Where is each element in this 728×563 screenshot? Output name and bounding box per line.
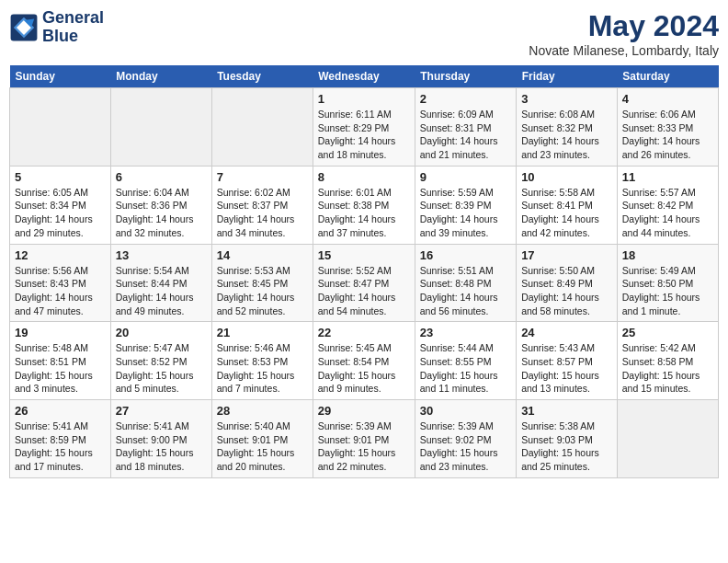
- day-number: 15: [318, 248, 410, 262]
- calendar-cell: 26Sunrise: 5:41 AMSunset: 8:59 PMDayligh…: [10, 400, 111, 478]
- day-info: Sunrise: 5:52 AMSunset: 8:47 PMDaylight:…: [318, 264, 410, 318]
- page-header: General Blue May 2024 Novate Milanese, L…: [9, 9, 719, 58]
- calendar-cell: 4Sunrise: 6:06 AMSunset: 8:33 PMDaylight…: [617, 88, 718, 167]
- weekday-header-row: SundayMondayTuesdayWednesdayThursdayFrid…: [10, 65, 719, 88]
- day-info: Sunrise: 6:09 AMSunset: 8:31 PMDaylight:…: [420, 108, 511, 162]
- calendar-cell: 23Sunrise: 5:44 AMSunset: 8:55 PMDayligh…: [415, 322, 516, 400]
- weekday-header: Friday: [517, 65, 618, 88]
- calendar-cell: 29Sunrise: 5:39 AMSunset: 9:01 PMDayligh…: [313, 400, 415, 478]
- day-number: 5: [15, 170, 106, 184]
- calendar-cell: 16Sunrise: 5:51 AMSunset: 8:48 PMDayligh…: [415, 244, 516, 322]
- calendar-cell: 27Sunrise: 5:41 AMSunset: 9:00 PMDayligh…: [110, 400, 211, 478]
- day-number: 28: [217, 404, 308, 418]
- day-info: Sunrise: 5:39 AMSunset: 9:01 PMDaylight:…: [318, 419, 410, 474]
- calendar-week-row: 19Sunrise: 5:48 AMSunset: 8:51 PMDayligh…: [10, 322, 719, 400]
- day-info: Sunrise: 5:54 AMSunset: 8:44 PMDaylight:…: [116, 264, 207, 318]
- day-number: 24: [521, 326, 612, 339]
- calendar-cell: [617, 400, 718, 478]
- day-info: Sunrise: 5:50 AMSunset: 8:49 PMDaylight:…: [521, 264, 612, 318]
- title-block: May 2024 Novate Milanese, Lombardy, Ital…: [529, 9, 719, 58]
- calendar-week-row: 1Sunrise: 6:11 AMSunset: 8:29 PMDaylight…: [10, 88, 719, 167]
- calendar-cell: 18Sunrise: 5:49 AMSunset: 8:50 PMDayligh…: [617, 244, 718, 322]
- day-number: 26: [15, 404, 106, 418]
- calendar-cell: 22Sunrise: 5:45 AMSunset: 8:54 PMDayligh…: [313, 322, 415, 400]
- calendar-cell: 12Sunrise: 5:56 AMSunset: 8:43 PMDayligh…: [10, 244, 111, 322]
- calendar-cell: 19Sunrise: 5:48 AMSunset: 8:51 PMDayligh…: [10, 322, 111, 400]
- day-info: Sunrise: 6:05 AMSunset: 8:34 PMDaylight:…: [15, 186, 106, 240]
- day-number: 13: [116, 248, 207, 262]
- day-number: 14: [217, 248, 308, 262]
- day-info: Sunrise: 6:02 AMSunset: 8:37 PMDaylight:…: [217, 186, 308, 240]
- calendar-week-row: 26Sunrise: 5:41 AMSunset: 8:59 PMDayligh…: [10, 400, 719, 478]
- calendar-cell: 25Sunrise: 5:42 AMSunset: 8:58 PMDayligh…: [617, 322, 718, 400]
- logo-line1: General: [42, 9, 104, 28]
- calendar-cell: 10Sunrise: 5:58 AMSunset: 8:41 PMDayligh…: [517, 166, 618, 244]
- day-info: Sunrise: 5:59 AMSunset: 8:39 PMDaylight:…: [420, 186, 511, 240]
- day-number: 18: [622, 248, 713, 262]
- calendar-cell: [110, 88, 211, 167]
- calendar-cell: 13Sunrise: 5:54 AMSunset: 8:44 PMDayligh…: [110, 244, 211, 322]
- day-info: Sunrise: 5:47 AMSunset: 8:52 PMDaylight:…: [116, 341, 207, 396]
- calendar-cell: 5Sunrise: 6:05 AMSunset: 8:34 PMDaylight…: [10, 166, 111, 244]
- day-info: Sunrise: 6:01 AMSunset: 8:38 PMDaylight:…: [318, 186, 410, 240]
- weekday-header: Wednesday: [313, 65, 415, 88]
- day-number: 27: [116, 404, 207, 418]
- calendar-cell: 21Sunrise: 5:46 AMSunset: 8:53 PMDayligh…: [211, 322, 313, 400]
- calendar-cell: 6Sunrise: 6:04 AMSunset: 8:36 PMDaylight…: [110, 166, 211, 244]
- day-info: Sunrise: 5:42 AMSunset: 8:58 PMDaylight:…: [622, 341, 713, 396]
- calendar-cell: [211, 88, 313, 167]
- day-number: 2: [420, 92, 511, 106]
- weekday-header: Saturday: [617, 65, 718, 88]
- day-info: Sunrise: 5:57 AMSunset: 8:42 PMDaylight:…: [622, 186, 713, 240]
- day-info: Sunrise: 5:38 AMSunset: 9:03 PMDaylight:…: [521, 419, 612, 474]
- day-number: 8: [318, 170, 410, 184]
- calendar-cell: 15Sunrise: 5:52 AMSunset: 8:47 PMDayligh…: [313, 244, 415, 322]
- calendar-cell: 14Sunrise: 5:53 AMSunset: 8:45 PMDayligh…: [211, 244, 313, 322]
- day-info: Sunrise: 6:11 AMSunset: 8:29 PMDaylight:…: [318, 108, 410, 162]
- day-info: Sunrise: 5:51 AMSunset: 8:48 PMDaylight:…: [420, 264, 511, 318]
- day-number: 21: [217, 326, 308, 339]
- day-number: 10: [521, 170, 612, 184]
- calendar-cell: 1Sunrise: 6:11 AMSunset: 8:29 PMDaylight…: [313, 88, 415, 167]
- day-number: 6: [116, 170, 207, 184]
- location-title: Novate Milanese, Lombardy, Italy: [529, 43, 719, 58]
- day-number: 29: [318, 404, 410, 418]
- day-number: 19: [15, 326, 106, 339]
- calendar-cell: 24Sunrise: 5:43 AMSunset: 8:57 PMDayligh…: [517, 322, 618, 400]
- day-number: 11: [622, 170, 713, 184]
- calendar-cell: 17Sunrise: 5:50 AMSunset: 8:49 PMDayligh…: [517, 244, 618, 322]
- day-number: 31: [521, 404, 612, 418]
- weekday-header: Thursday: [415, 65, 516, 88]
- calendar-cell: 11Sunrise: 5:57 AMSunset: 8:42 PMDayligh…: [617, 166, 718, 244]
- day-number: 9: [420, 170, 511, 184]
- calendar-cell: 7Sunrise: 6:02 AMSunset: 8:37 PMDaylight…: [211, 166, 313, 244]
- day-number: 25: [622, 326, 713, 339]
- day-number: 17: [521, 248, 612, 262]
- day-number: 3: [521, 92, 612, 106]
- day-info: Sunrise: 5:44 AMSunset: 8:55 PMDaylight:…: [420, 341, 511, 396]
- day-info: Sunrise: 5:48 AMSunset: 8:51 PMDaylight:…: [15, 341, 106, 396]
- day-info: Sunrise: 5:53 AMSunset: 8:45 PMDaylight:…: [217, 264, 308, 318]
- day-info: Sunrise: 5:40 AMSunset: 9:01 PMDaylight:…: [217, 419, 308, 474]
- day-info: Sunrise: 5:46 AMSunset: 8:53 PMDaylight:…: [217, 341, 308, 396]
- calendar-cell: 30Sunrise: 5:39 AMSunset: 9:02 PMDayligh…: [415, 400, 516, 478]
- calendar-cell: 8Sunrise: 6:01 AMSunset: 8:38 PMDaylight…: [313, 166, 415, 244]
- weekday-header: Tuesday: [211, 65, 313, 88]
- day-info: Sunrise: 5:41 AMSunset: 9:00 PMDaylight:…: [116, 419, 207, 474]
- day-info: Sunrise: 5:39 AMSunset: 9:02 PMDaylight:…: [420, 419, 511, 474]
- calendar-cell: 3Sunrise: 6:08 AMSunset: 8:32 PMDaylight…: [517, 88, 618, 167]
- day-number: 12: [15, 248, 106, 262]
- calendar-cell: 20Sunrise: 5:47 AMSunset: 8:52 PMDayligh…: [110, 322, 211, 400]
- logo-icon: [9, 13, 39, 42]
- day-info: Sunrise: 5:45 AMSunset: 8:54 PMDaylight:…: [318, 341, 410, 396]
- weekday-header: Sunday: [10, 65, 111, 88]
- calendar-week-row: 5Sunrise: 6:05 AMSunset: 8:34 PMDaylight…: [10, 166, 719, 244]
- day-info: Sunrise: 5:56 AMSunset: 8:43 PMDaylight:…: [15, 264, 106, 318]
- calendar-cell: 31Sunrise: 5:38 AMSunset: 9:03 PMDayligh…: [517, 400, 618, 478]
- day-number: 30: [420, 404, 511, 418]
- day-info: Sunrise: 5:43 AMSunset: 8:57 PMDaylight:…: [521, 341, 612, 396]
- day-info: Sunrise: 5:41 AMSunset: 8:59 PMDaylight:…: [15, 419, 106, 474]
- calendar-table: SundayMondayTuesdayWednesdayThursdayFrid…: [9, 65, 719, 478]
- weekday-header: Monday: [110, 65, 211, 88]
- day-info: Sunrise: 6:04 AMSunset: 8:36 PMDaylight:…: [116, 186, 207, 240]
